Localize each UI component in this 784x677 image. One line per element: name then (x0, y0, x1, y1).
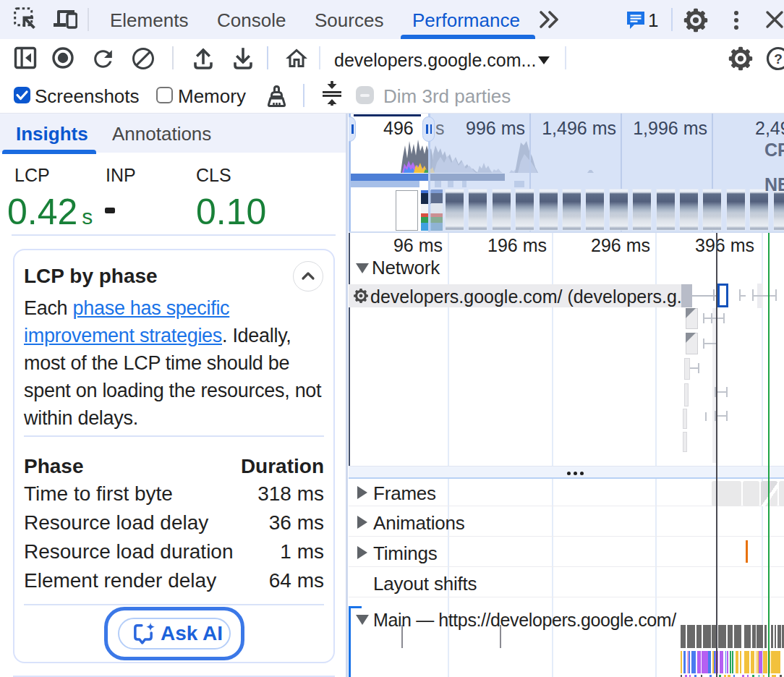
svg-text:?: ? (774, 51, 783, 67)
